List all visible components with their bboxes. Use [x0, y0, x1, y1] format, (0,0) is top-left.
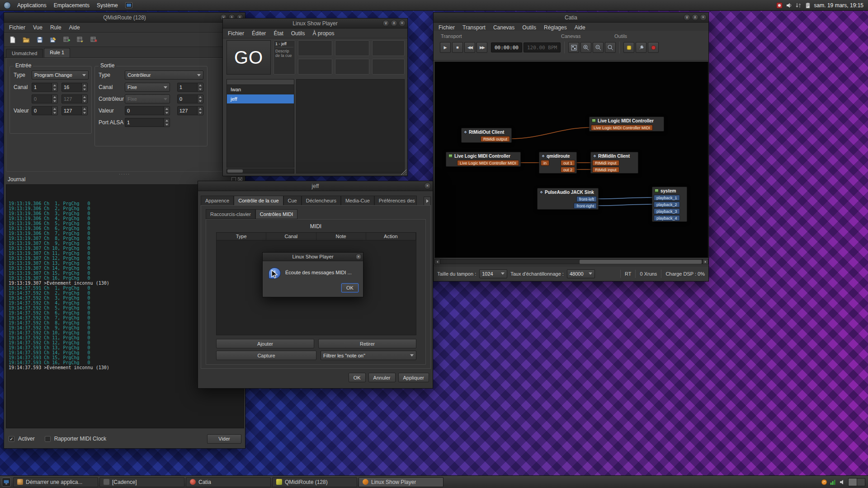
splitter-handle[interactable]: ·····: [4, 172, 245, 176]
midi-in-port[interactable]: RtMidi input: [592, 160, 619, 166]
entree-type-combo[interactable]: Program Change: [32, 70, 89, 80]
sample-rate-combo[interactable]: 48000: [567, 269, 595, 278]
shade-icon[interactable]: [684, 14, 690, 21]
menu-item[interactable]: À propos: [309, 29, 338, 38]
menu-item[interactable]: Outils: [519, 23, 540, 32]
clock[interactable]: sam. 19 mars, 19:15: [814, 2, 863, 9]
ok-button[interactable]: OK: [349, 373, 366, 382]
cue-slot-empty[interactable]: [372, 40, 405, 56]
tab-media-cue[interactable]: Media-Cue: [341, 196, 374, 206]
menu-item[interactable]: Réglages: [540, 23, 571, 32]
patchbay-canvas[interactable]: RtMidiOut Client RtMidi output Live Logi…: [434, 61, 708, 258]
go-button[interactable]: GO: [226, 40, 271, 75]
qmidiroute-titlebar[interactable]: QMidiRoute (128): [4, 13, 245, 23]
save-file-icon[interactable]: [34, 34, 46, 46]
menu-item[interactable]: Rule: [47, 23, 65, 32]
new-file-icon[interactable]: [7, 34, 19, 46]
canvas-hscrollbar[interactable]: [434, 259, 708, 264]
record-icon[interactable]: [648, 42, 659, 53]
cadence-tray-icon[interactable]: [821, 479, 827, 485]
save-as-icon[interactable]: [47, 34, 59, 46]
sortie-valeur-max-spin[interactable]: 127: [177, 106, 203, 115]
configure-icon[interactable]: [623, 42, 634, 53]
node-pulseaudio-sink[interactable]: PulseAudio JACK Sink front-leftfront-rig…: [537, 188, 599, 210]
scrollbar-thumb[interactable]: [227, 169, 243, 173]
subtab-controles-midi[interactable]: Contrôles MIDI: [255, 209, 297, 219]
audio-in-port[interactable]: playback_1: [654, 195, 680, 201]
cue-slot-empty[interactable]: [298, 59, 332, 75]
scroll-right-icon[interactable]: [703, 259, 708, 264]
menu-item[interactable]: Transport: [459, 23, 489, 32]
audio-in-port[interactable]: playback_2: [654, 202, 680, 207]
volume-tray-icon[interactable]: [839, 479, 845, 485]
menu-item[interactable]: Vue: [29, 23, 46, 32]
panel-menu-item[interactable]: Système: [93, 1, 122, 10]
rewind-icon[interactable]: [464, 42, 475, 53]
zoom-in-icon[interactable]: [580, 42, 591, 53]
close-icon[interactable]: [700, 14, 707, 21]
task-item-lsp[interactable]: Linux Show Player: [359, 477, 443, 487]
close-icon[interactable]: [424, 183, 431, 189]
task-item-cadence[interactable]: [Cadence]: [99, 477, 184, 487]
tab-cue[interactable]: Cue: [283, 196, 302, 206]
tab-apparence[interactable]: Apparence: [201, 196, 234, 206]
msgbox-ok-button[interactable]: OK: [341, 283, 359, 292]
subtab-raccourcis[interactable]: Raccourcis-clavier: [206, 209, 255, 219]
menu-item[interactable]: Outils: [288, 29, 309, 38]
zoom-100-icon[interactable]: [605, 42, 616, 53]
activer-checkbox[interactable]: [9, 436, 14, 442]
audio-in-port[interactable]: playback_3: [654, 208, 680, 214]
zoom-fit-icon[interactable]: [568, 42, 579, 53]
resize-grip[interactable]: [401, 169, 406, 175]
canal-max-spin[interactable]: 16: [61, 83, 88, 92]
column-type[interactable]: Type: [217, 233, 266, 240]
audio-out-port[interactable]: front-right: [574, 203, 597, 209]
tab-unmatched[interactable]: Unmatched: [6, 49, 43, 57]
tab-controle-cue[interactable]: Contrôle de la cue: [234, 196, 283, 206]
node-qmidiroute[interactable]: qmidiroute in out 1 out 2: [539, 152, 577, 174]
valeur-max-spin[interactable]: 127: [61, 106, 88, 115]
play-icon[interactable]: [440, 42, 451, 53]
sortie-type-combo[interactable]: Contrôleur: [125, 70, 203, 80]
canal-value-spin[interactable]: 1: [177, 83, 203, 92]
workspace-switcher[interactable]: [848, 478, 865, 486]
tab-scroll-right-icon[interactable]: [424, 197, 431, 206]
midi-clock-checkbox[interactable]: [45, 436, 51, 442]
node-system[interactable]: system playback_1playback_2playback_3pla…: [652, 187, 687, 222]
list-item-iwan[interactable]: Iwan: [227, 85, 294, 94]
close-icon[interactable]: [355, 253, 362, 260]
annuler-button[interactable]: Annuler: [368, 373, 396, 382]
menu-item[interactable]: Fichier: [435, 23, 458, 32]
display-settings-icon[interactable]: [125, 2, 132, 8]
task-item-launcher[interactable]: Démarrer une applica...: [13, 477, 98, 487]
maximize-icon[interactable]: [391, 20, 397, 27]
zoom-out-icon[interactable]: [593, 42, 604, 53]
cue-slot-empty[interactable]: [335, 40, 369, 56]
midi-in-port[interactable]: RtMidi input: [592, 167, 619, 173]
node-rtmidiin-client[interactable]: RtMidiIn Client RtMidi inputRtMidi input: [590, 152, 638, 174]
sortie-valeur-min-spin[interactable]: 0: [125, 106, 170, 115]
capture-button[interactable]: Capture: [216, 351, 316, 360]
cue-slot-empty[interactable]: [335, 59, 369, 75]
canal-mode-combo[interactable]: Fixe: [125, 83, 170, 92]
midi-in-port[interactable]: in: [541, 160, 549, 166]
midi-out-port[interactable]: out 1: [561, 160, 575, 166]
vider-button[interactable]: Vider: [207, 434, 241, 444]
workspace-1[interactable]: [849, 479, 857, 486]
midi-out-port[interactable]: out 2: [561, 167, 575, 173]
menu-item[interactable]: Fichier: [224, 29, 248, 38]
panel-menu-item[interactable]: Applications: [14, 1, 50, 10]
wrench-icon[interactable]: [636, 42, 646, 53]
controleur-mode-combo[interactable]: Fixe: [125, 94, 170, 103]
close-icon[interactable]: [399, 20, 406, 27]
tab-declencheurs[interactable]: Déclencheurs: [302, 196, 341, 206]
cue-button-jeff[interactable]: 1 - jeff Descrip de la cue: [274, 40, 295, 75]
list-hscrollbar[interactable]: [226, 169, 294, 174]
duplicate-rule-icon[interactable]: [75, 34, 86, 46]
node-livelogic-left[interactable]: Live Logic MIDI Controller Live Logic MI…: [446, 152, 521, 167]
network-icon[interactable]: [795, 2, 802, 9]
node-livelogic-top[interactable]: Live Logic MIDI Controller Live Logic MI…: [589, 117, 664, 131]
menu-item[interactable]: État: [270, 29, 287, 38]
shade-icon[interactable]: [382, 20, 389, 27]
range-min-spin[interactable]: 0: [32, 94, 58, 103]
